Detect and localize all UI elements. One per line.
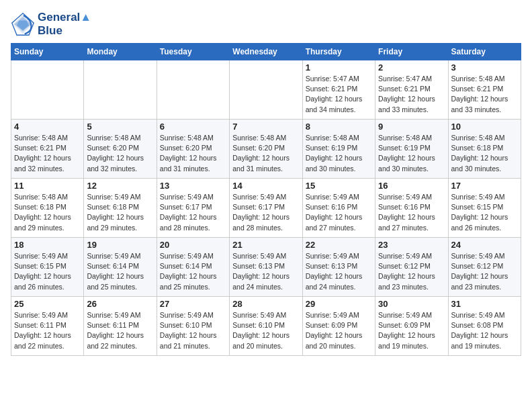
calendar-cell: 25Sunrise: 5:49 AM Sunset: 6:11 PM Dayli…	[11, 297, 84, 356]
day-info: Sunrise: 5:48 AM Sunset: 6:18 PM Dayligh…	[451, 133, 518, 174]
logo-icon	[11, 12, 35, 36]
calendar-cell	[230, 60, 302, 120]
calendar-cell: 23Sunrise: 5:49 AM Sunset: 6:12 PM Dayli…	[375, 238, 448, 297]
calendar-cell: 30Sunrise: 5:49 AM Sunset: 6:09 PM Dayli…	[375, 297, 448, 356]
day-of-week-header: Sunday	[11, 44, 84, 60]
day-of-week-header: Thursday	[302, 44, 375, 60]
calendar-cell: 8Sunrise: 5:48 AM Sunset: 6:19 PM Daylig…	[302, 120, 375, 179]
calendar-cell: 24Sunrise: 5:49 AM Sunset: 6:12 PM Dayli…	[448, 238, 521, 297]
day-number: 29	[306, 299, 372, 309]
day-number: 28	[232, 299, 299, 309]
calendar-cell: 31Sunrise: 5:49 AM Sunset: 6:08 PM Dayli…	[448, 297, 521, 356]
day-info: Sunrise: 5:49 AM Sunset: 6:15 PM Dayligh…	[451, 192, 518, 233]
calendar-header-row: SundayMondayTuesdayWednesdayThursdayFrid…	[11, 44, 521, 60]
calendar-table: SundayMondayTuesdayWednesdayThursdayFrid…	[11, 43, 521, 356]
day-info: Sunrise: 5:49 AM Sunset: 6:13 PM Dayligh…	[306, 251, 372, 292]
day-number: 11	[14, 181, 81, 191]
day-info: Sunrise: 5:48 AM Sunset: 6:19 PM Dayligh…	[306, 133, 372, 174]
day-info: Sunrise: 5:49 AM Sunset: 6:12 PM Dayligh…	[378, 251, 445, 292]
day-info: Sunrise: 5:49 AM Sunset: 6:18 PM Dayligh…	[87, 192, 153, 233]
day-info: Sunrise: 5:49 AM Sunset: 6:17 PM Dayligh…	[160, 192, 226, 233]
calendar-cell: 27Sunrise: 5:49 AM Sunset: 6:10 PM Dayli…	[157, 297, 229, 356]
calendar-cell	[11, 60, 84, 120]
calendar-week-row: 1Sunrise: 5:47 AM Sunset: 6:21 PM Daylig…	[11, 60, 521, 120]
calendar-cell: 9Sunrise: 5:48 AM Sunset: 6:19 PM Daylig…	[375, 120, 448, 179]
day-info: Sunrise: 5:49 AM Sunset: 6:08 PM Dayligh…	[451, 310, 518, 351]
day-info: Sunrise: 5:49 AM Sunset: 6:13 PM Dayligh…	[232, 251, 299, 292]
day-info: Sunrise: 5:49 AM Sunset: 6:12 PM Dayligh…	[451, 251, 518, 292]
day-number: 14	[232, 181, 299, 191]
day-info: Sunrise: 5:49 AM Sunset: 6:14 PM Dayligh…	[160, 251, 226, 292]
calendar-cell: 20Sunrise: 5:49 AM Sunset: 6:14 PM Dayli…	[157, 238, 229, 297]
day-info: Sunrise: 5:48 AM Sunset: 6:19 PM Dayligh…	[378, 133, 445, 174]
day-info: Sunrise: 5:47 AM Sunset: 6:21 PM Dayligh…	[378, 74, 445, 115]
day-of-week-header: Friday	[375, 44, 448, 60]
day-number: 24	[451, 240, 518, 250]
calendar-cell: 13Sunrise: 5:49 AM Sunset: 6:17 PM Dayli…	[157, 179, 229, 238]
calendar-cell: 18Sunrise: 5:49 AM Sunset: 6:15 PM Dayli…	[11, 238, 84, 297]
calendar-week-row: 18Sunrise: 5:49 AM Sunset: 6:15 PM Dayli…	[11, 238, 521, 297]
day-info: Sunrise: 5:49 AM Sunset: 6:16 PM Dayligh…	[306, 192, 372, 233]
day-number: 19	[87, 240, 153, 250]
day-info: Sunrise: 5:49 AM Sunset: 6:16 PM Dayligh…	[378, 192, 445, 233]
day-number: 12	[87, 181, 153, 191]
calendar-cell: 17Sunrise: 5:49 AM Sunset: 6:15 PM Dayli…	[448, 179, 521, 238]
calendar-cell: 7Sunrise: 5:48 AM Sunset: 6:20 PM Daylig…	[230, 120, 302, 179]
logo: General▲ Blue	[11, 11, 91, 38]
calendar-cell: 2Sunrise: 5:47 AM Sunset: 6:21 PM Daylig…	[375, 60, 448, 120]
calendar-cell: 4Sunrise: 5:48 AM Sunset: 6:21 PM Daylig…	[11, 120, 84, 179]
day-number: 7	[232, 122, 299, 132]
day-of-week-header: Tuesday	[157, 44, 229, 60]
calendar-week-row: 11Sunrise: 5:48 AM Sunset: 6:18 PM Dayli…	[11, 179, 521, 238]
day-number: 3	[451, 62, 518, 73]
day-number: 15	[306, 181, 372, 191]
day-info: Sunrise: 5:49 AM Sunset: 6:11 PM Dayligh…	[87, 310, 153, 351]
day-number: 4	[14, 122, 81, 132]
day-number: 25	[14, 299, 81, 309]
day-number: 9	[378, 122, 445, 132]
day-info: Sunrise: 5:48 AM Sunset: 6:18 PM Dayligh…	[14, 192, 81, 233]
page-header: General▲ Blue	[11, 11, 521, 38]
day-number: 18	[14, 240, 81, 250]
calendar-cell: 22Sunrise: 5:49 AM Sunset: 6:13 PM Dayli…	[302, 238, 375, 297]
day-number: 13	[160, 181, 226, 191]
day-number: 22	[306, 240, 372, 250]
calendar-cell	[84, 60, 157, 120]
calendar-cell: 10Sunrise: 5:48 AM Sunset: 6:18 PM Dayli…	[448, 120, 521, 179]
calendar-cell: 28Sunrise: 5:49 AM Sunset: 6:10 PM Dayli…	[230, 297, 302, 356]
calendar-cell: 6Sunrise: 5:48 AM Sunset: 6:20 PM Daylig…	[157, 120, 229, 179]
calendar-cell: 11Sunrise: 5:48 AM Sunset: 6:18 PM Dayli…	[11, 179, 84, 238]
day-number: 20	[160, 240, 226, 250]
calendar-cell: 1Sunrise: 5:47 AM Sunset: 6:21 PM Daylig…	[302, 60, 375, 120]
day-number: 1	[306, 62, 372, 73]
calendar-cell: 5Sunrise: 5:48 AM Sunset: 6:20 PM Daylig…	[84, 120, 157, 179]
calendar-cell: 21Sunrise: 5:49 AM Sunset: 6:13 PM Dayli…	[230, 238, 302, 297]
day-number: 27	[160, 299, 226, 309]
day-number: 31	[451, 299, 518, 309]
day-info: Sunrise: 5:49 AM Sunset: 6:15 PM Dayligh…	[14, 251, 81, 292]
calendar-cell: 14Sunrise: 5:49 AM Sunset: 6:17 PM Dayli…	[230, 179, 302, 238]
day-info: Sunrise: 5:49 AM Sunset: 6:11 PM Dayligh…	[14, 310, 81, 351]
calendar-cell: 16Sunrise: 5:49 AM Sunset: 6:16 PM Dayli…	[375, 179, 448, 238]
day-number: 17	[451, 181, 518, 191]
day-of-week-header: Wednesday	[230, 44, 302, 60]
day-number: 5	[87, 122, 153, 132]
day-info: Sunrise: 5:47 AM Sunset: 6:21 PM Dayligh…	[306, 74, 372, 115]
day-info: Sunrise: 5:49 AM Sunset: 6:10 PM Dayligh…	[160, 310, 226, 351]
logo-text: General▲ Blue	[38, 11, 91, 38]
day-info: Sunrise: 5:48 AM Sunset: 6:21 PM Dayligh…	[451, 74, 518, 115]
calendar-cell: 12Sunrise: 5:49 AM Sunset: 6:18 PM Dayli…	[84, 179, 157, 238]
day-number: 23	[378, 240, 445, 250]
day-info: Sunrise: 5:49 AM Sunset: 6:14 PM Dayligh…	[87, 251, 153, 292]
day-number: 6	[160, 122, 226, 132]
calendar-body: 1Sunrise: 5:47 AM Sunset: 6:21 PM Daylig…	[11, 60, 521, 356]
calendar-week-row: 25Sunrise: 5:49 AM Sunset: 6:11 PM Dayli…	[11, 297, 521, 356]
day-number: 16	[378, 181, 445, 191]
calendar-week-row: 4Sunrise: 5:48 AM Sunset: 6:21 PM Daylig…	[11, 120, 521, 179]
calendar-cell: 26Sunrise: 5:49 AM Sunset: 6:11 PM Dayli…	[84, 297, 157, 356]
day-info: Sunrise: 5:48 AM Sunset: 6:21 PM Dayligh…	[14, 133, 81, 174]
day-number: 10	[451, 122, 518, 132]
day-info: Sunrise: 5:49 AM Sunset: 6:17 PM Dayligh…	[232, 192, 299, 233]
day-number: 21	[232, 240, 299, 250]
day-number: 26	[87, 299, 153, 309]
